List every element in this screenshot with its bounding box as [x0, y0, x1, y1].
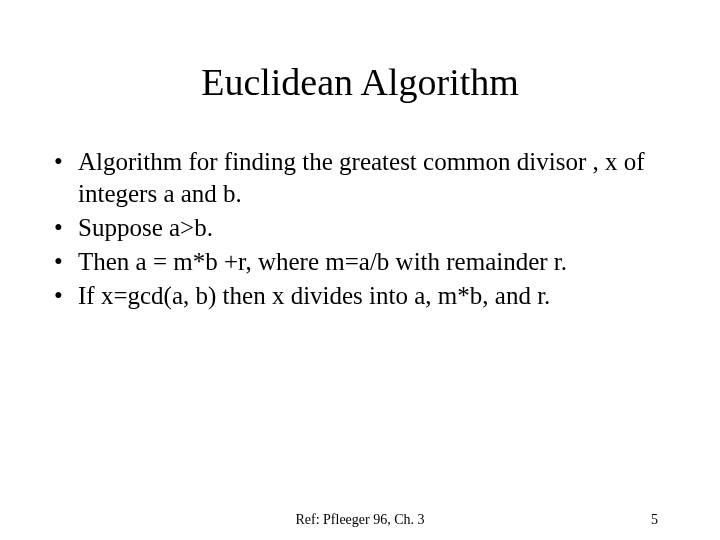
footer-reference: Ref: Pfleeger 96, Ch. 3 — [295, 512, 424, 528]
slide-container: Euclidean Algorithm Algorithm for findin… — [0, 0, 720, 540]
slide-title: Euclidean Algorithm — [50, 60, 670, 104]
bullet-list: Algorithm for finding the greatest commo… — [50, 146, 670, 312]
bullet-item: Suppose a>b. — [50, 212, 670, 244]
bullet-item: If x=gcd(a, b) then x divides into a, m*… — [50, 280, 670, 312]
bullet-item: Algorithm for finding the greatest commo… — [50, 146, 670, 210]
bullet-item: Then a = m*b +r, where m=a/b with remain… — [50, 246, 670, 278]
footer-page-number: 5 — [651, 512, 658, 528]
